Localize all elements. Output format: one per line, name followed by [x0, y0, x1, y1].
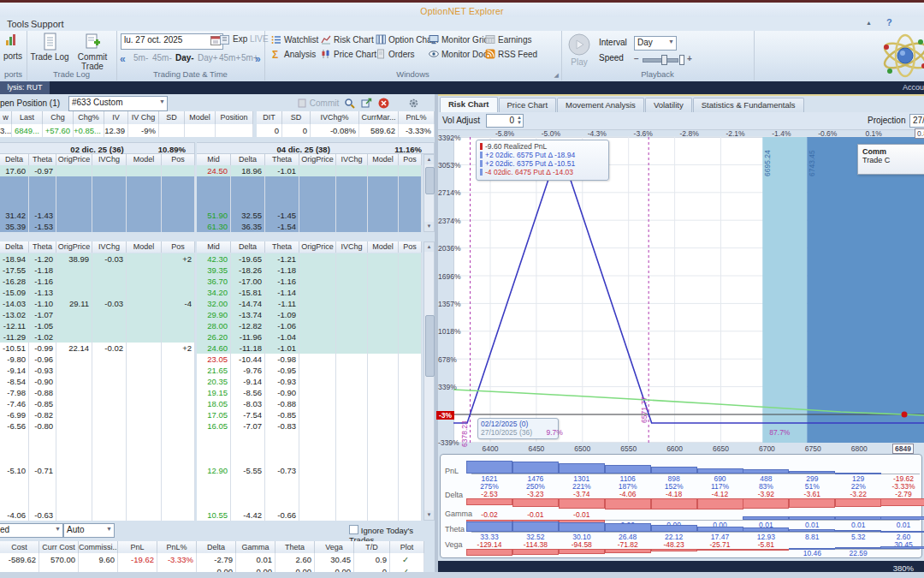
table-row[interactable] — [0, 443, 424, 454]
table-row[interactable] — [0, 498, 424, 509]
table-row[interactable] — [0, 476, 424, 487]
table-row[interactable]: -15.09-1.1334.20-15.81-1.14 — [0, 287, 424, 298]
account-label[interactable]: Accou — [903, 83, 924, 92]
scrollbar[interactable]: ▲▼ — [424, 154, 435, 232]
col-Mid[interactable]: Mid — [197, 241, 231, 253]
table-row[interactable]: -9.80-0.9623.05-10.44-0.98 — [0, 354, 424, 365]
col-OrigPrice[interactable]: OrigPrice — [299, 154, 336, 165]
col-Delta[interactable]: Delta — [0, 154, 29, 165]
col-Delta[interactable]: Delta — [231, 154, 265, 165]
col-OrigPrice[interactable]: OrigPrice — [299, 241, 336, 253]
play-button[interactable]: Play — [566, 33, 592, 67]
nav-5m-minus[interactable]: 5m- — [133, 53, 148, 63]
table-row[interactable]: -13.02-1.0729.90-13.74-1.09 — [0, 309, 424, 320]
col-Model[interactable]: Model — [368, 154, 399, 165]
table-row[interactable]: -4.06-0.6310.55-4.42-0.66 — [0, 509, 424, 521]
help-icon[interactable]: ? — [886, 17, 892, 27]
commit-button[interactable]: Commit — [298, 98, 339, 108]
table-row[interactable]: -17.55-1.1839.35-18.26-1.18 — [0, 265, 424, 276]
trading-date-input[interactable]: lu. 27 oct. 2025 — [121, 33, 223, 50]
windows-toggle-rss-feed[interactable]: RSS Feed — [485, 49, 537, 60]
table-row[interactable]: -11.29-1.0226.20-11.96-1.04 — [0, 331, 424, 343]
export-icon[interactable] — [361, 101, 372, 110]
windows-toggle-analysis[interactable]: ΣAnalysis — [271, 49, 316, 60]
table-row[interactable]: -5.10-0.7112.90-5.55-0.73 — [0, 465, 424, 476]
col-Theta[interactable]: Theta — [265, 241, 299, 253]
col-Pos[interactable]: Pos — [399, 241, 422, 253]
table-row[interactable]: -7.46-0.8518.05-8.03-0.88 — [0, 398, 424, 409]
zoom-icon[interactable] — [344, 101, 355, 110]
close-position-icon[interactable] — [378, 101, 389, 110]
collapse-ribbon-icon[interactable]: ▲ — [866, 20, 872, 26]
table-row[interactable]: -18.94-1.2038.99-0.03+242.30-19.65-1.21 — [0, 253, 424, 265]
col-Model[interactable]: Model — [127, 241, 162, 253]
col-OrigPrice[interactable]: OrigPrice — [56, 241, 92, 253]
col-Theta[interactable]: Theta — [265, 154, 299, 165]
menu-support[interactable]: Support — [27, 18, 68, 30]
scrollbar-thumb[interactable] — [425, 167, 435, 194]
trade-log-button[interactable]: Trade Log — [30, 33, 69, 62]
windows-toggle-monitor-grid[interactable]: Monitor Grid — [429, 34, 489, 45]
nav-day-plus[interactable]: Day+ — [198, 53, 218, 63]
table-row[interactable]: -6.99-0.8217.05-7.54-0.85 — [0, 409, 424, 420]
scrollbar[interactable]: ▲▼ — [424, 241, 435, 521]
windows-toggle-orders[interactable]: Orders — [376, 49, 415, 60]
plot-checkbox[interactable]: ✓ — [390, 553, 424, 565]
commit-trade-button[interactable]: Commit Trade — [71, 33, 114, 71]
col-IVChg[interactable]: IVChg — [336, 154, 368, 165]
col-IVChg[interactable]: IVChg — [92, 154, 127, 165]
table-row[interactable] — [0, 199, 424, 210]
table-row[interactable]: 31.42-1.4351.9032.55-1.45 — [0, 210, 424, 221]
time-picker-icon[interactable] — [220, 35, 229, 46]
table-row[interactable]: 35.39-1.5361.3036.35-1.54 — [0, 221, 424, 232]
windows-toggle-monitor-dock[interactable]: Monitor Dock — [429, 49, 492, 60]
table-row[interactable]: -7.98-0.8819.15-8.56-0.90 — [0, 387, 424, 398]
mode-select[interactable]: Auto▼ — [63, 523, 115, 538]
table-row[interactable] — [0, 432, 424, 443]
nav-back-icon[interactable]: « — [120, 53, 126, 65]
table-row[interactable]: -12.11-1.0528.00-12.82-1.06 — [0, 320, 424, 331]
windows-toggle-price-chart[interactable]: Price Chart — [321, 49, 376, 60]
speed-slider[interactable]: − + — [634, 54, 694, 64]
table-row[interactable]: 17.60-0.9724.5018.96-1.01 — [0, 165, 424, 176]
scrollbar-thumb[interactable] — [425, 315, 435, 377]
table-row[interactable]: -8.54-0.9020.35-9.14-0.93 — [0, 376, 424, 387]
col-Delta[interactable]: Delta — [0, 241, 29, 253]
speed-slider-track[interactable] — [643, 58, 678, 63]
col-OrigPrice[interactable]: OrigPrice — [56, 154, 92, 165]
table-row[interactable] — [0, 454, 424, 465]
table-row[interactable] — [0, 487, 424, 498]
col-Delta[interactable]: Delta — [231, 241, 265, 253]
filter-select[interactable]: ed▼ — [0, 523, 63, 538]
col-Pos[interactable]: Pos — [399, 154, 422, 165]
speed-slider-thumb[interactable] — [661, 55, 667, 65]
interval-select[interactable]: Day▼ — [634, 36, 677, 51]
settings-gear-icon[interactable] — [408, 101, 419, 110]
scroll-up-icon[interactable]: ▲ — [424, 242, 434, 252]
col-Theta[interactable]: Theta — [29, 154, 56, 165]
scroll-down-icon[interactable]: ▼ — [424, 510, 434, 520]
nav-45m-plus[interactable]: 45m+ — [219, 53, 240, 63]
col-Pos[interactable]: Pos — [162, 241, 195, 253]
table-row[interactable]: -10.51-0.9922.14-0.02+224.60-11.18-1.01 — [0, 343, 424, 354]
table-row[interactable]: -14.03-1.1029.11-0.03-432.00-14.74-1.11 — [0, 298, 424, 309]
col-Model[interactable]: Model — [368, 241, 399, 253]
position-selector[interactable]: #633 Custom▼ — [68, 96, 168, 111]
windows-toggle-risk-chart[interactable]: Risk Chart — [321, 34, 374, 45]
nav-45m-minus[interactable]: 45m- — [152, 53, 172, 63]
col-Theta[interactable]: Theta — [29, 241, 56, 253]
col-Mid[interactable]: Mid — [197, 154, 231, 165]
exp-label[interactable]: Exp — [233, 34, 247, 44]
col-IVChg[interactable]: IVChg — [92, 241, 127, 253]
reports-button[interactable]: ports — [0, 51, 26, 61]
reports-icon[interactable] — [5, 33, 17, 48]
windows-toggle-watchlist[interactable]: Watchlist — [271, 34, 318, 45]
nav-day-minus[interactable]: Day- — [175, 53, 194, 63]
expiry-header-right[interactable]: 04 dic. 25 (38)11.16% — [197, 142, 435, 154]
expiry-header-left[interactable]: 02 dic. 25 (36)10.89% — [0, 142, 195, 154]
table-row[interactable]: -9.14-0.9321.65-9.76-0.95 — [0, 365, 424, 376]
nav-forward-icon[interactable]: » — [255, 53, 261, 65]
col-IVChg[interactable]: IVChg — [336, 241, 368, 253]
col-Pos[interactable]: Pos — [162, 154, 195, 165]
windows-toggle-earnings[interactable]: Earnings — [485, 34, 531, 45]
